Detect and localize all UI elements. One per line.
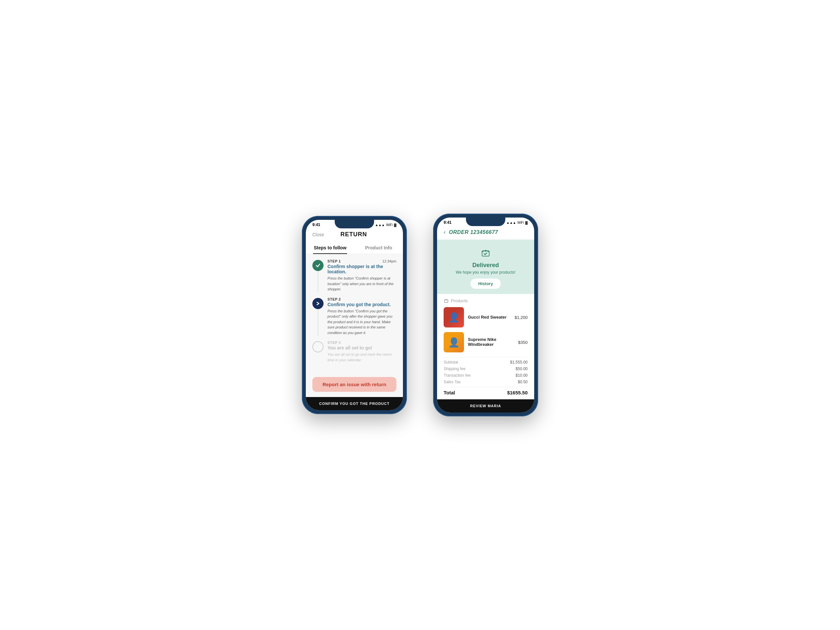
step-1-label: STEP 1 (327, 259, 341, 263)
wifi-icon: WiFi (386, 223, 393, 227)
shipping-label: Shipping fee (444, 366, 466, 371)
signal-icon: ▲▲▲ (375, 223, 385, 227)
products-section: Products 👤 Gucci Red Sweater $1,200 (437, 294, 534, 399)
battery-icon: ▓ (394, 223, 396, 227)
left-screen: Close RETURN Steps to follow Product Inf… (306, 228, 403, 410)
right-bottom-bar[interactable]: REVIEW MARIA (437, 399, 534, 412)
right-status-icons: ▲▲▲ WiFi ▓ (506, 221, 527, 224)
step-1-meta: STEP 1 12:34pm (327, 259, 396, 263)
step-3-meta: STEP 3 (327, 341, 396, 344)
checkmark-icon (315, 263, 321, 268)
step-2-label: STEP 2 (327, 297, 341, 301)
tab-steps-to-follow[interactable]: Steps to follow (306, 242, 354, 254)
history-button[interactable]: History (471, 279, 501, 289)
step-2-icon (313, 298, 324, 309)
total-label: Total (444, 390, 455, 395)
arrow-right-icon (315, 301, 321, 306)
right-notch (466, 218, 505, 226)
step-3-icon (313, 341, 324, 352)
fee-row-tax: Sales Tax $0.50 (444, 380, 527, 384)
total-row: Total $1655.50 (444, 390, 527, 395)
step-connector-2 (317, 309, 318, 336)
step-3-label: STEP 3 (327, 341, 341, 344)
step-1-heading: Confirm shopper is at the location. (327, 264, 396, 274)
left-status-bar: 9:41 ▲▲▲ WiFi ▓ (306, 220, 403, 228)
tax-value: $0.50 (518, 380, 527, 384)
tab-bar: Steps to follow Product Info (306, 242, 403, 254)
back-button[interactable]: ‹ (444, 229, 445, 235)
person-silhouette-2: 👤 (448, 337, 460, 348)
package-check-icon (480, 246, 491, 258)
page-title: RETURN (340, 231, 367, 238)
product-info-supreme: Supreme Nike Windbreaker (468, 337, 514, 347)
person-silhouette: 👤 (448, 312, 460, 323)
battery-icon: ▓ (525, 221, 527, 224)
left-notch (335, 220, 374, 228)
step-3-body: STEP 3 You are all set to go! You are al… (327, 341, 396, 363)
step-2-heading: Confirm you got the product. (327, 302, 396, 307)
delivered-heading: Delivered (444, 262, 527, 269)
product-item-supreme: 👤 Supreme Nike Windbreaker $350 (444, 332, 527, 352)
step-2-body: STEP 2 Confirm you got the product. Pres… (327, 297, 396, 336)
fee-row-subtotal: Subtotal $1,555.00 (444, 360, 527, 365)
shipping-value: $50.00 (515, 366, 527, 371)
step-2-meta: STEP 2 (327, 297, 396, 301)
step-2-item: STEP 2 Confirm you got the product. Pres… (313, 297, 396, 336)
wifi-icon: WiFi (518, 221, 524, 224)
total-divider (444, 387, 527, 387)
supreme-thumb-bg: 👤 (444, 332, 464, 352)
step-2-desc: Press the button "Confirm you got the pr… (327, 308, 396, 336)
bag-icon (444, 298, 449, 303)
product-thumb-gucci: 👤 (444, 307, 464, 327)
products-header: Products (444, 298, 527, 303)
delivered-section: Delivered We hope you enjoy your product… (437, 240, 534, 294)
step-3-desc: You are all set to go and mark the retur… (327, 352, 396, 363)
step-3-item: STEP 3 You are all set to go! You are al… (313, 341, 396, 363)
right-app-header: ‹ ORDER 123456677 (437, 226, 534, 240)
fee-row-transaction: Transaction fee $10.00 (444, 373, 527, 378)
left-bottom-bar[interactable]: CONFIRM YOU GOT THE PRODUCT (306, 397, 403, 410)
order-title: ORDER 123456677 (449, 229, 498, 235)
right-screen: ‹ ORDER 123456677 Delivered We hope you … (437, 226, 534, 412)
product-item-gucci: 👤 Gucci Red Sweater $1,200 (444, 307, 527, 327)
left-phone: 9:41 ▲▲▲ WiFi ▓ Close RETURN Steps to fo… (302, 216, 407, 414)
transaction-value: $10.00 (515, 373, 527, 378)
product-thumb-supreme: 👤 (444, 332, 464, 352)
fees-divider (444, 357, 527, 357)
step-1-body: STEP 1 12:34pm Confirm shopper is at the… (327, 259, 396, 292)
subtotal-label: Subtotal (444, 360, 458, 365)
tab-product-info[interactable]: Product Info (354, 242, 403, 254)
total-value: $1655.50 (507, 390, 527, 395)
product-info-gucci: Gucci Red Sweater (468, 315, 510, 320)
transaction-label: Transaction fee (444, 373, 471, 378)
delivered-sub: We hope you enjoy your products! (444, 270, 527, 275)
delivered-icon-wrap (444, 246, 527, 259)
step-1-item: STEP 1 12:34pm Confirm shopper is at the… (313, 259, 396, 292)
subtotal-value: $1,555.00 (510, 360, 527, 365)
left-app-header: Close RETURN (306, 228, 403, 242)
right-status-bar: 9:41 ▲▲▲ WiFi ▓ (437, 218, 534, 226)
product-name-gucci: Gucci Red Sweater (468, 315, 510, 320)
step-1-desc: Press the button "Confirm shopper is at … (327, 276, 396, 292)
right-status-time: 9:41 (444, 220, 452, 225)
product-price-supreme: $350 (518, 340, 527, 345)
step-3-heading: You are all set to go! (327, 345, 396, 351)
step-1-icon (313, 260, 324, 271)
product-name-supreme: Supreme Nike Windbreaker (468, 337, 514, 347)
tax-label: Sales Tax (444, 380, 461, 384)
step-1-time: 12:34pm (382, 259, 396, 263)
gucci-thumb-bg: 👤 (444, 307, 464, 327)
report-btn-wrap: Report an issue with return (306, 373, 403, 397)
left-status-time: 9:41 (313, 223, 320, 227)
step-connector-1 (317, 271, 318, 292)
steps-content: STEP 1 12:34pm Confirm shopper is at the… (306, 254, 403, 373)
right-phone: 9:41 ▲▲▲ WiFi ▓ ‹ ORDER 123456677 (433, 214, 538, 416)
products-label: Products (451, 298, 467, 303)
left-status-icons: ▲▲▲ WiFi ▓ (375, 223, 396, 227)
close-button[interactable]: Close (313, 232, 324, 237)
report-issue-button[interactable]: Report an issue with return (313, 377, 396, 392)
signal-icon: ▲▲▲ (506, 221, 516, 224)
fee-row-shipping: Shipping fee $50.00 (444, 366, 527, 371)
product-price-gucci: $1,200 (515, 315, 527, 320)
